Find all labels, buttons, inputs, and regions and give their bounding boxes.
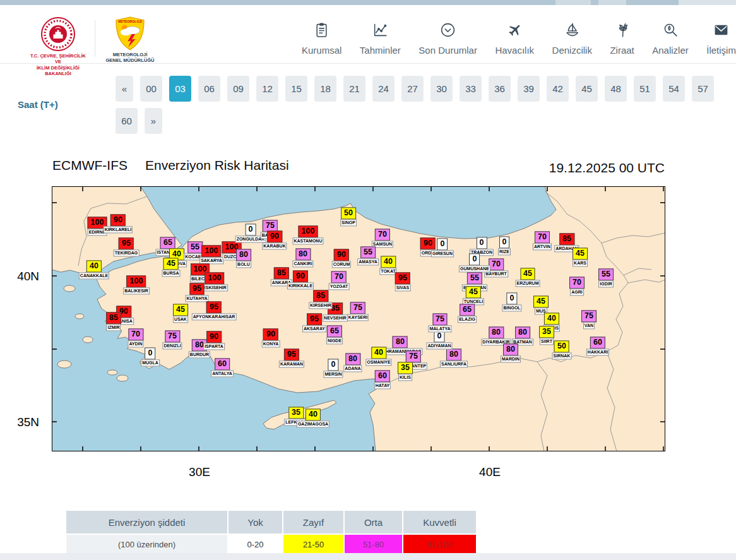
ministry-logo[interactable]: T.C. ÇEVRE, ŞEHİRCİLİK VE İKLİM DEĞİŞİKL… [30,16,86,77]
mgm-logo[interactable]: METEOROLOJİ METEOROLOJİ GENEL MÜDÜRLÜĞÜ [103,16,157,64]
station-label: VAN [583,322,595,329]
station-label: KARAMAN [279,360,304,367]
station-value: 70 [489,258,504,270]
station-value: 60 [375,370,390,382]
station-label: KAYSERI [347,314,369,321]
nav-item-denizcilik[interactable]: Denizcilik [552,22,592,56]
hour-button-30[interactable]: 30 [430,76,453,102]
station-value: 0 [499,236,510,248]
station-value: 95 [307,313,322,325]
map-station-malatya: 75MALATYA [428,313,451,332]
hour-button-09[interactable]: 09 [227,76,249,102]
station-label: KARABUK [262,242,287,249]
hour-button-prev[interactable]: « [116,76,133,102]
station-label: KIRKLARELI [104,226,133,233]
map-station-kirikkale: 90KIRIKKALE [287,270,314,289]
hour-button-36[interactable]: 36 [489,76,511,102]
station-label: KARS [573,259,588,266]
map-station-tekirdag: 95TEKIRDAG [114,237,139,256]
station-value: 45 [466,286,481,298]
hour-button-54[interactable]: 54 [663,76,685,102]
map-station-adana: 80ADANA [343,353,362,372]
station-value: 90 [206,331,222,343]
station-label: IGDIR [598,280,613,287]
station-label: DENIZLI [162,342,182,349]
map-station-karaman: 95KARAMAN [279,349,304,367]
map-station-igdir: 55IGDIR [598,268,614,287]
plane-icon [507,22,523,40]
ministry-emblem-icon [40,16,76,52]
nav-item-label: Analizler [652,45,689,56]
hour-button-60[interactable]: 60 [116,108,138,134]
legend-header-cell: Zayıf [283,511,343,533]
map-station-bingol: 0BINGOL [502,292,521,311]
nav-item-havacılık[interactable]: Havacılık [495,22,534,56]
station-label: BURSA [162,270,181,277]
hour-button-57[interactable]: 57 [692,76,714,102]
lat-label-35n: 35N [11,415,39,429]
station-label: RIZE [498,248,511,255]
station-value: 80 [515,326,530,338]
nav-item-label: Havacılık [495,45,534,56]
hour-button-next[interactable]: » [145,108,162,134]
legend-range-cell: 0-20 [229,535,282,554]
hour-button-33[interactable]: 33 [460,76,482,102]
hour-button-48[interactable]: 48 [605,76,627,102]
station-value: 0 [145,347,156,359]
legend-row-label: (100 üzerinden) [66,535,227,554]
map-station-gazimagosa: 40GAZIMAGOSA [297,408,329,427]
legend-header-cell: Kuvvetli [403,511,476,533]
map-station-mugla: 0MUGLA [141,347,160,366]
station-label: AYDIN [128,340,143,347]
nav-item-son durumlar[interactable]: Son Durumlar [418,22,477,56]
hour-button-12[interactable]: 12 [256,76,278,102]
station-value: 70 [535,231,550,243]
nav-item-i̇letişim[interactable]: İletişim [706,22,736,56]
station-label: AMASYA [357,258,379,265]
hour-button-39[interactable]: 39 [518,76,540,102]
station-label: SIVAS [395,284,411,291]
map-station-hatay: 60HATAY [374,370,391,389]
top-strip-item [555,0,591,5]
legend-header-cell: Yok [229,511,282,533]
station-value: 0 [328,359,339,371]
station-value: 70 [569,277,585,289]
station-value: 75 [350,302,365,314]
station-value: 90 [293,270,308,282]
station-value: 80 [446,349,461,360]
map-station-gumushane: 0GUMUSHANE [459,253,490,272]
hour-button-27[interactable]: 27 [401,76,424,102]
wheat-icon [614,22,630,40]
station-value: 65 [160,237,175,249]
hour-button-00[interactable]: 00 [140,76,162,102]
nav-item-ziraat[interactable]: Ziraat [610,22,634,56]
station-label: BURDUR [189,351,210,358]
hour-button-21[interactable]: 21 [343,76,365,102]
hour-button-45[interactable]: 45 [576,76,598,102]
hour-button-06[interactable]: 06 [198,76,220,102]
station-value: 45 [533,295,549,307]
station-value: 95 [206,301,222,313]
station-value: 95 [119,237,134,249]
station-value: 0 [246,223,256,235]
map-station-izmir: 85IZMIR [106,312,121,331]
lon-label-30e: 30E [185,465,214,479]
station-value: 90 [110,214,126,226]
hour-button-42[interactable]: 42 [547,76,569,102]
station-value: 40 [544,313,559,325]
map-station-karabuk: 90KARABUK [262,230,287,249]
hour-button-15[interactable]: 15 [285,76,307,102]
hour-button-24[interactable]: 24 [372,76,395,102]
map-station-bolu: 80BOLU [236,249,251,268]
hour-button-51[interactable]: 51 [634,76,656,102]
station-value: 95 [189,283,205,295]
station-value: 0 [507,292,518,304]
hour-button-18[interactable]: 18 [314,76,336,102]
station-value: 45 [163,258,179,270]
nav-item-kurumsal[interactable]: Kurumsal [302,22,341,56]
mgm-name: METEOROLOJİ GENEL MÜDÜRLÜĞÜ [103,52,157,64]
nav-item-analizler[interactable]: Analizler [652,22,689,56]
station-label: MERSIN [323,371,343,378]
hour-button-03[interactable]: 03 [169,76,191,102]
nav-item-tahminler[interactable]: Tahminler [360,22,401,56]
